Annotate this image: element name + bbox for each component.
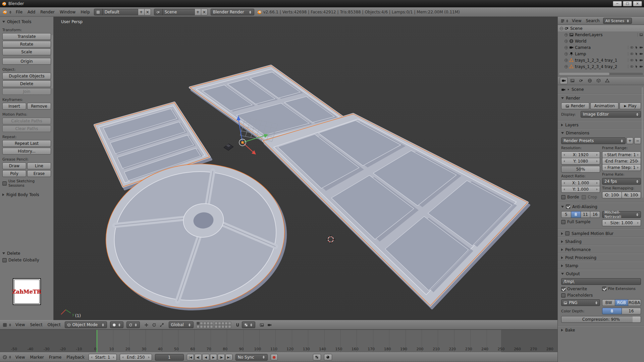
aa-samples-11[interactable]: 11 (581, 211, 591, 218)
3d-viewport[interactable]: y User Persp (1) (54, 17, 557, 320)
outliner-item-label[interactable]: Lamp (575, 52, 586, 56)
remove-keyframe-button[interactable]: Remove (27, 103, 51, 110)
play-button[interactable]: ▶Play (620, 103, 641, 109)
layout-add-button[interactable]: + (138, 9, 145, 15)
keying-set-icon-button[interactable] (313, 354, 321, 360)
scene-add-button[interactable]: + (195, 9, 201, 15)
delete-button[interactable]: Delete (2, 80, 51, 87)
snap-element-select[interactable] (242, 321, 255, 328)
remap-old-field[interactable]: O: 100 (602, 192, 622, 198)
renderability-icon[interactable] (639, 58, 643, 62)
editor-collapse-icon[interactable] (566, 19, 569, 23)
render-panel-header[interactable]: Render (558, 94, 644, 102)
selectability-icon[interactable] (635, 58, 638, 62)
output-panel-header[interactable]: Output (558, 270, 644, 278)
post-processing-panel-header[interactable]: Post Processing (558, 254, 644, 261)
selectability-icon[interactable] (635, 65, 638, 68)
maximize-button[interactable]: □ (623, 1, 632, 6)
shading-panel-header[interactable]: Shading (558, 238, 644, 245)
expand-icon[interactable] (565, 59, 568, 62)
viewport-canvas[interactable]: y (54, 17, 557, 320)
visibility-icon[interactable] (630, 46, 634, 49)
menu-add[interactable]: Add (26, 10, 36, 14)
layer-toggle[interactable] (221, 322, 224, 325)
frame-step-field[interactable]: Frame Step: 1 (602, 164, 641, 171)
renderability-icon[interactable] (639, 65, 643, 68)
editor-collapse-icon[interactable] (8, 355, 11, 359)
scene-browse-button[interactable] (154, 9, 163, 15)
layer-toggle[interactable] (215, 322, 218, 325)
tab-world[interactable] (586, 77, 594, 84)
aspect-x-field[interactable]: X: 1.000 (561, 180, 600, 186)
aa-size-field[interactable]: Size: 1.000 (602, 220, 641, 226)
calculate-paths-button[interactable]: Calculate Paths (2, 118, 51, 124)
aspect-y-field[interactable]: Y: 1.000 (561, 186, 600, 193)
opengl-render-anim-button[interactable] (266, 321, 273, 328)
outliner-row[interactable]: RenderLayers (558, 32, 644, 38)
layout-browse-button[interactable] (94, 9, 103, 15)
gp-erase-button[interactable]: Erase (27, 170, 51, 177)
stamp-panel-header[interactable]: Stamp (558, 262, 644, 269)
end-frame-field[interactable]: End: 250 (120, 354, 152, 361)
file-extensions-checkbox[interactable] (602, 287, 606, 291)
layer-toggle[interactable] (200, 325, 203, 328)
use-sketching-checkbox[interactable] (2, 181, 7, 186)
layer-toggle[interactable] (207, 325, 210, 328)
color-depth-8[interactable]: 8 (602, 308, 622, 314)
outliner-row[interactable]: trays_1_2_3_4 tray_2 (558, 63, 644, 70)
manipulator-scale-toggle[interactable] (158, 321, 166, 328)
dimensions-panel-header[interactable]: Dimensions (558, 129, 644, 137)
menu-render[interactable]: Render (39, 10, 56, 14)
outliner-item-label[interactable]: Camera (575, 45, 591, 50)
placeholders-checkbox[interactable] (561, 293, 566, 298)
color-depth-16[interactable]: 16 (622, 308, 641, 314)
close-button[interactable]: × (633, 1, 642, 6)
color-mode-RGBA[interactable]: RGBA (628, 299, 641, 306)
rotate-button[interactable]: Rotate (2, 41, 51, 48)
layers-panel-header[interactable]: Layers (558, 121, 644, 129)
preset-remove-button[interactable]: − (634, 137, 641, 144)
outliner-item-label[interactable]: trays_1_2_3_4 tray_2 (575, 64, 617, 69)
jump-to-start-button[interactable]: |◀ (187, 354, 194, 360)
gp-line-button[interactable]: Line (27, 163, 51, 169)
timeline-ruler[interactable]: -50-40-30-20-100102030405060708090100110… (0, 330, 557, 352)
editor-collapse-icon[interactable] (9, 10, 12, 14)
gp-poly-button[interactable]: Poly (2, 170, 26, 177)
editor-type-icon[interactable] (560, 19, 565, 23)
bake-panel-header[interactable]: Bake (558, 326, 644, 334)
tool-shelf-scrollbar[interactable] (51, 35, 53, 88)
color-mode-RGB[interactable]: RGB (615, 299, 628, 306)
layout-name-field[interactable]: Default (102, 9, 138, 15)
layer-toggle[interactable] (210, 322, 213, 325)
output-path-field[interactable]: /tmp\ (561, 278, 641, 285)
renderability-icon[interactable] (639, 46, 643, 49)
anti-aliasing-checkbox[interactable] (566, 204, 570, 209)
aa-samples-8[interactable]: 8 (571, 211, 581, 218)
editor-collapse-icon[interactable] (8, 323, 11, 327)
delete-operator-panel-header[interactable]: Delete (2, 250, 51, 257)
render-engine-select[interactable]: Blender Render (211, 9, 254, 15)
scene-delete-button[interactable]: × (201, 9, 208, 15)
aa-samples-16[interactable]: 16 (590, 211, 600, 218)
resolution-percentage-slider[interactable]: 50% (561, 166, 600, 173)
viewport-shading-select[interactable] (110, 321, 123, 328)
mode-select[interactable]: Object Mode (65, 321, 107, 328)
insert-keyframe-button[interactable]: Insert (2, 103, 26, 110)
rigid-body-tools-panel-header[interactable]: Rigid Body Tools (2, 191, 51, 198)
menu-help[interactable]: Help (79, 10, 91, 14)
delete-globally-checkbox[interactable] (2, 258, 7, 262)
file-format-select[interactable]: PNG (561, 299, 600, 306)
border-checkbox[interactable] (561, 195, 566, 199)
tab-render[interactable] (560, 77, 568, 84)
menu-object[interactable]: Object (47, 322, 62, 327)
start-frame-field[interactable]: Start Frame: 1 (602, 152, 641, 158)
aa-samples-5[interactable]: 5 (561, 211, 571, 218)
current-frame-field[interactable]: 1 (155, 354, 184, 361)
resolution-y-field[interactable]: Y: 1080 (561, 158, 600, 165)
expand-icon[interactable] (565, 40, 568, 43)
outliner-scrollbar[interactable] (559, 73, 643, 75)
outliner-row[interactable]: Scene (558, 25, 644, 32)
tray-object-right[interactable] (263, 114, 529, 308)
prev-keyframe-button[interactable]: ◀| (195, 354, 202, 360)
layer-toggle[interactable] (225, 325, 228, 328)
